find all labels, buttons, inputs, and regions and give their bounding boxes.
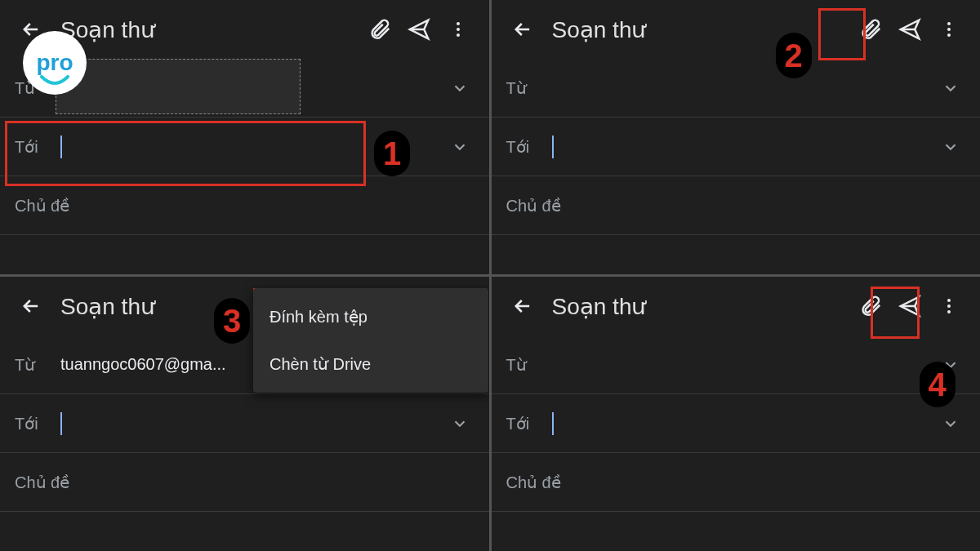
svg-point-4 [947,28,951,31]
to-row[interactable]: Tới [492,118,981,176]
from-row[interactable]: Từ [492,335,981,394]
more-vert-icon [939,20,959,39]
subject-label: Chủ đề [506,473,561,492]
text-cursor [552,136,554,158]
to-label: Tới [506,414,552,433]
send-button[interactable] [890,287,929,326]
to-input[interactable] [60,412,445,435]
to-row[interactable]: Tới [0,118,489,176]
svg-point-7 [947,304,951,308]
attach-menu: Đính kèm tệp Chèn từ Drive [253,288,488,393]
compose-panel-4: Soạn thư Từ Tới Chủ đề 4 [492,277,981,551]
svg-point-2 [457,33,460,37]
chevron-down-icon[interactable] [445,415,474,433]
to-input[interactable] [552,412,937,435]
compose-title: Soạn thư [552,293,647,320]
chevron-down-icon[interactable] [936,415,965,433]
attach-button[interactable] [851,10,890,49]
more-vert-icon [939,296,959,316]
paperclip-icon [858,17,883,42]
to-label: Tới [506,137,552,157]
subject-label: Chủ đề [15,473,69,492]
send-button[interactable] [890,10,929,49]
from-row[interactable]: Từ [492,59,981,118]
more-button[interactable] [929,10,969,49]
menu-attach-file[interactable]: Đính kèm tệp [253,293,488,340]
from-label: Từ [506,355,552,375]
compose-title: Soạn thư [552,16,647,43]
to-input[interactable] [552,136,937,158]
arrow-left-icon [511,18,534,41]
from-label: Từ [15,355,60,375]
svg-point-1 [457,28,460,31]
text-cursor [552,412,554,435]
subject-row[interactable]: Chủ đề [492,176,981,235]
svg-point-6 [947,299,951,302]
send-button[interactable] [399,10,439,49]
watermark-logo: pro [23,31,87,95]
svg-point-0 [457,22,460,25]
back-button[interactable] [11,287,51,326]
svg-point-3 [947,22,951,25]
to-row[interactable]: Tới [0,394,489,453]
send-icon [898,294,922,318]
more-button[interactable] [929,287,969,326]
attach-button[interactable] [851,287,890,326]
send-icon [898,17,922,42]
back-button[interactable] [503,10,542,49]
subject-row[interactable]: Chủ đề [0,453,489,512]
svg-point-5 [947,33,951,37]
more-button[interactable] [439,10,478,49]
paperclip-icon [858,294,883,318]
send-icon [407,17,431,42]
text-cursor [60,136,62,158]
toolbar: Soạn thư [492,0,981,59]
subject-row[interactable]: Chủ đề [0,176,489,235]
subject-label: Chủ đề [506,196,561,216]
subject-label: Chủ đề [15,196,69,216]
subject-row[interactable]: Chủ đề [492,453,981,512]
from-label: Từ [506,78,552,98]
compose-panel-3: Soạn thư Từ tuanngoc0607@gma... Tới Chủ … [0,277,489,551]
to-label: Tới [15,137,60,157]
smile-icon [38,75,71,87]
to-input[interactable] [60,136,445,158]
paperclip-icon [368,17,392,42]
arrow-left-icon [20,295,42,318]
arrow-left-icon [511,295,534,318]
to-row[interactable]: Tới [492,394,981,453]
menu-insert-drive[interactable]: Chèn từ Drive [253,340,488,388]
chevron-down-icon[interactable] [936,79,965,97]
chevron-down-icon[interactable] [445,138,474,156]
chevron-down-icon[interactable] [936,138,965,156]
logo-text: pro [36,50,73,76]
compose-panel-2: Soạn thư Từ Tới Chủ đề 2 [492,0,981,274]
chevron-down-icon[interactable] [936,356,965,374]
attach-button[interactable] [360,10,399,49]
toolbar: Soạn thư [492,277,981,335]
more-vert-icon [448,20,468,39]
back-button[interactable] [503,287,542,326]
text-cursor [60,412,62,435]
compose-title: Soạn thư [60,293,155,320]
to-label: Tới [15,414,60,433]
svg-point-8 [947,310,951,313]
chevron-down-icon[interactable] [445,79,474,97]
compose-panel-1: Soạn thư Từ Tới Chủ đề 1 pro [0,0,489,274]
